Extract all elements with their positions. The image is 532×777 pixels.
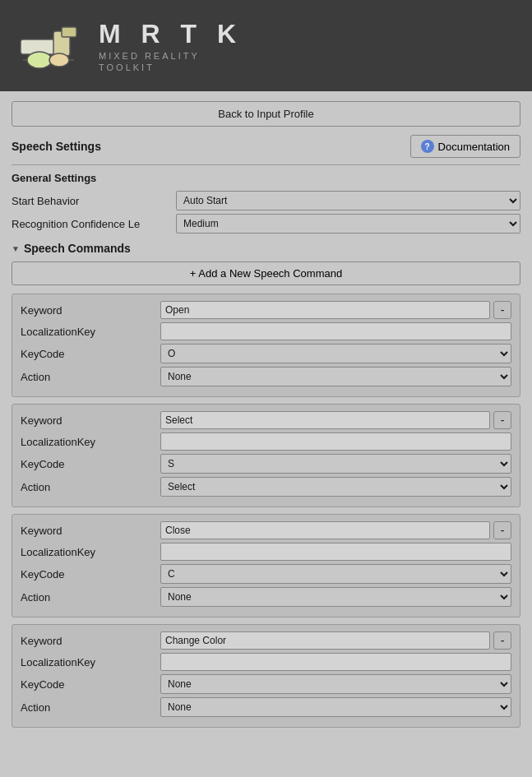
- cmd-action-row-select: Action None Select: [21, 477, 511, 497]
- command-block-open: Keyword - LocalizationKey KeyCode None O…: [12, 294, 520, 397]
- recognition-confidence-select[interactable]: High Medium Low Rejected: [176, 214, 520, 234]
- keycode-label-close: KeyCode: [21, 568, 160, 580]
- cmd-localization-row-select: LocalizationKey: [21, 432, 511, 451]
- svg-rect-2: [62, 27, 76, 37]
- keycode-select-change-color[interactable]: None A: [160, 674, 511, 694]
- recognition-confidence-label: Recognition Confidence Le: [12, 218, 176, 230]
- localization-input-select[interactable]: [160, 432, 511, 451]
- remove-button-select[interactable]: -: [493, 411, 511, 429]
- keyword-input-open[interactable]: [160, 301, 490, 319]
- localization-label-open: LocalizationKey: [21, 326, 160, 338]
- svg-point-4: [49, 53, 69, 67]
- command-block-change-color: Keyword - LocalizationKey KeyCode None A…: [12, 624, 520, 728]
- keycode-label-change-color: KeyCode: [21, 678, 160, 691]
- recognition-confidence-value[interactable]: High Medium Low Rejected: [176, 214, 520, 234]
- logo-title: M R T K: [99, 19, 243, 49]
- svg-point-3: [27, 52, 52, 68]
- localization-input-close[interactable]: [160, 543, 511, 561]
- mrtk-logo-icon: [16, 15, 82, 76]
- cmd-action-row-open: Action None Select: [21, 367, 511, 386]
- keyword-label-close: Keyword: [21, 525, 160, 537]
- speech-settings-title: Speech Settings: [12, 140, 101, 153]
- action-label-select: Action: [21, 481, 160, 493]
- keyword-input-group-select: -: [160, 411, 511, 429]
- start-behavior-value[interactable]: Auto Start Manual Start: [176, 191, 520, 210]
- localization-label-select: LocalizationKey: [21, 436, 160, 448]
- add-speech-command-button[interactable]: + Add a New Speech Command: [12, 261, 520, 285]
- cmd-action-row-close: Action None Select: [21, 587, 511, 607]
- divider: [12, 164, 520, 165]
- cmd-keyword-row-select: Keyword -: [21, 411, 511, 429]
- localization-label-change-color: LocalizationKey: [21, 656, 160, 668]
- localization-input-change-color[interactable]: [160, 653, 511, 671]
- keyword-input-select[interactable]: [160, 411, 490, 429]
- start-behavior-label: Start Behavior: [12, 195, 176, 207]
- keyword-label-select: Keyword: [21, 414, 160, 427]
- logo-text: M R T K MIXED REALITY TOOLKIT: [99, 19, 243, 72]
- cmd-keycode-row-change-color: KeyCode None A: [21, 674, 511, 694]
- remove-button-change-color[interactable]: -: [493, 631, 511, 650]
- keyword-input-group-close: -: [160, 521, 511, 539]
- action-select-close[interactable]: None Select: [160, 587, 511, 607]
- keycode-select-select[interactable]: None S A: [160, 454, 511, 474]
- action-select-select[interactable]: None Select: [160, 477, 511, 497]
- cmd-keycode-row-open: KeyCode None O A: [21, 344, 511, 363]
- keyword-input-close[interactable]: [160, 521, 490, 539]
- localization-label-close: LocalizationKey: [21, 546, 160, 558]
- documentation-button[interactable]: ? Documentation: [410, 135, 520, 158]
- start-behavior-select[interactable]: Auto Start Manual Start: [176, 191, 520, 210]
- header: M R T K MIXED REALITY TOOLKIT: [0, 0, 532, 91]
- action-label-open: Action: [21, 371, 160, 383]
- action-select-change-color[interactable]: None Select: [160, 697, 511, 717]
- cmd-keyword-row-close: Keyword -: [21, 521, 511, 539]
- keyword-label-open: Keyword: [21, 304, 160, 317]
- cmd-localization-row-change-color: LocalizationKey: [21, 653, 511, 671]
- keyword-input-group-open: -: [160, 301, 511, 319]
- action-select-open[interactable]: None Select: [160, 367, 511, 386]
- localization-input-open[interactable]: [160, 322, 511, 340]
- recognition-confidence-row: Recognition Confidence Le High Medium Lo…: [12, 214, 520, 234]
- content-area: Back to Input Profile Speech Settings ? …: [0, 91, 532, 744]
- speech-commands-header: ▼ Speech Commands: [12, 242, 520, 255]
- keycode-label-open: KeyCode: [21, 348, 160, 360]
- remove-button-open[interactable]: -: [493, 301, 511, 319]
- general-settings-title: General Settings: [12, 172, 520, 184]
- cmd-localization-row-close: LocalizationKey: [21, 543, 511, 561]
- back-to-input-profile-button[interactable]: Back to Input Profile: [12, 101, 520, 127]
- cmd-action-row-change-color: Action None Select: [21, 697, 511, 717]
- command-block-select: Keyword - LocalizationKey KeyCode None S…: [12, 404, 520, 507]
- command-block-close: Keyword - LocalizationKey KeyCode None C…: [12, 514, 520, 617]
- speech-commands-title: Speech Commands: [24, 242, 131, 255]
- logo-subtitle-line2: TOOLKIT: [99, 62, 243, 72]
- logo-subtitle-line1: MIXED REALITY: [99, 51, 243, 61]
- documentation-icon: ?: [421, 140, 434, 153]
- cmd-keycode-row-select: KeyCode None S A: [21, 454, 511, 474]
- keyword-label-change-color: Keyword: [21, 635, 160, 647]
- collapse-triangle-icon[interactable]: ▼: [12, 244, 20, 253]
- keycode-select-close[interactable]: None C A: [160, 564, 511, 584]
- documentation-label: Documentation: [438, 141, 510, 153]
- keyword-input-group-change-color: -: [160, 631, 511, 650]
- remove-button-close[interactable]: -: [493, 521, 511, 539]
- action-label-change-color: Action: [21, 701, 160, 714]
- cmd-keycode-row-close: KeyCode None C A: [21, 564, 511, 584]
- keycode-label-select: KeyCode: [21, 458, 160, 470]
- speech-settings-header: Speech Settings ? Documentation: [12, 135, 520, 158]
- cmd-localization-row-open: LocalizationKey: [21, 322, 511, 340]
- start-behavior-row: Start Behavior Auto Start Manual Start: [12, 191, 520, 210]
- cmd-keyword-row-open: Keyword -: [21, 301, 511, 319]
- keycode-select-open[interactable]: None O A: [160, 344, 511, 363]
- keyword-input-change-color[interactable]: [160, 631, 490, 650]
- action-label-close: Action: [21, 591, 160, 604]
- cmd-keyword-row-change-color: Keyword -: [21, 631, 511, 650]
